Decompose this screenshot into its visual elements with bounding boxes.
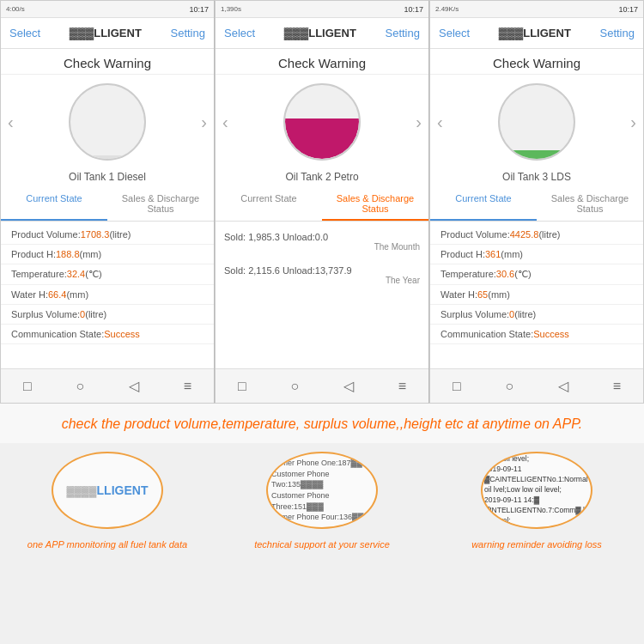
middle-text-section: check the product volume,temperature, su… xyxy=(0,404,644,443)
status-bar: 2.49K/s 10:17 xyxy=(430,1,643,18)
tab-sales-discharge[interactable]: Sales & Discharge Status xyxy=(322,188,428,221)
data-row: Product Volume:4425.8(litre) xyxy=(430,225,643,245)
tab-bar: Current State Sales & Discharge Status xyxy=(1,188,214,222)
nav-circle-icon[interactable]: ○ xyxy=(76,379,84,394)
signal-left: 2.49K/s xyxy=(435,5,459,13)
tab-current-state[interactable]: Current State xyxy=(1,188,107,221)
data-row: Product H:188.8(mm) xyxy=(1,245,214,264)
phones-row: 4:00/s 10:17 Select ▓▓▓LLIGENT Setting C… xyxy=(0,0,644,404)
contacts-content: ▓omer Phone One:187▓▓Customer Phone Two:… xyxy=(268,454,376,526)
tab-bar: Current State Sales & Discharge Status xyxy=(430,188,643,222)
data-row: Temperature:32.4(℃) xyxy=(1,264,214,285)
data-row: Water H:65(mm) xyxy=(430,285,643,305)
data-rows: Sold: 1,985.3 Unload:0.0 The Mounth Sold… xyxy=(216,222,428,368)
data-rows: Product Volume:4425.8(litre)Product H:36… xyxy=(430,222,643,368)
nav-bar: Select ▓▓▓LLIGENT Setting xyxy=(1,18,214,49)
nav-brand: ▓▓▓LLIGENT xyxy=(499,27,571,39)
tank-label: Oil Tank 2 Petro xyxy=(216,169,428,188)
nav-brand: ▓▓▓LLIGENT xyxy=(70,27,142,39)
tank-label: Oil Tank 1 Diesel xyxy=(1,169,214,188)
status-bar: 1,390s 10:17 xyxy=(216,1,428,18)
nav-square-icon[interactable]: □ xyxy=(453,379,461,394)
nav-back-icon[interactable]: ◁ xyxy=(129,378,139,394)
middle-caption: check the product volume,temperature, su… xyxy=(17,414,627,434)
bottom-panel-1: ▓▓▓▓LLIGENT one APP mnonitoring all fuel… xyxy=(0,443,215,602)
chevron-left-icon[interactable]: ‹ xyxy=(437,112,443,132)
tank-circle xyxy=(283,83,361,161)
brand-logo: ▓▓▓▓LLIGENT xyxy=(67,483,149,498)
tank-circle xyxy=(498,83,575,161)
phone-1: 4:00/s 10:17 Select ▓▓▓LLIGENT Setting C… xyxy=(0,0,215,404)
tank-fill xyxy=(500,150,574,159)
nav-square-icon[interactable]: □ xyxy=(23,379,32,394)
sales-row: Sold: 1,985.3 Unload:0.0 The Mounth xyxy=(216,225,428,258)
tank-fill xyxy=(285,118,359,159)
notification-content: ▓▓al oil level;2019-09-11▓CAINTELLIGENTN… xyxy=(483,453,591,527)
tank-visual: ‹ › xyxy=(1,75,214,169)
time: 10:17 xyxy=(618,5,638,14)
nav-select[interactable]: Select xyxy=(439,27,470,39)
nav-square-icon[interactable]: □ xyxy=(238,379,246,394)
nav-back-icon[interactable]: ◁ xyxy=(343,378,354,394)
sales-row: Sold: 2,115.6 Unload:13,737.9 The Year xyxy=(216,258,428,292)
bottom-panel-3: ▓▓al oil level;2019-09-11▓CAINTELLIGENTN… xyxy=(429,443,644,602)
oval-container: ▓omer Phone One:187▓▓Customer Phone Two:… xyxy=(266,452,378,529)
nav-back-icon[interactable]: ◁ xyxy=(558,378,568,394)
data-row: Product H:361(mm) xyxy=(430,245,643,264)
tank-label: Oil Tank 3 LDS xyxy=(430,169,643,188)
tank-visual: ‹ › xyxy=(430,75,643,169)
tab-sales-discharge[interactable]: Sales & Discharge Status xyxy=(107,188,214,221)
data-rows: Product Volume:1708.3(litre)Product H:18… xyxy=(1,222,214,368)
nav-circle-icon[interactable]: ○ xyxy=(290,379,299,394)
nav-circle-icon[interactable]: ○ xyxy=(505,379,513,394)
screen-title: Check Warning xyxy=(430,49,643,75)
tank-fill xyxy=(70,155,144,159)
chevron-right-icon[interactable]: › xyxy=(630,112,636,132)
nav-setting[interactable]: Setting xyxy=(600,27,635,39)
tab-current-state[interactable]: Current State xyxy=(216,188,322,221)
nav-menu-icon[interactable]: ≡ xyxy=(184,379,191,394)
phone-2: 1,390s 10:17 Select ▓▓▓LLIGENT Setting C… xyxy=(215,0,429,404)
data-row: Water H:66.4(mm) xyxy=(1,285,214,305)
bottom-nav: □ ○ ◁ ≡ xyxy=(216,368,428,403)
bottom-caption: technical support at your service xyxy=(254,539,390,550)
data-row: Surplus Volume:0(litre) xyxy=(430,305,643,325)
tank-visual: ‹ › xyxy=(216,75,428,169)
data-row: Product Volume:1708.3(litre) xyxy=(1,225,214,245)
oval-container: ▓▓▓▓LLIGENT xyxy=(52,452,163,529)
data-row: Surplus Volume:0(litre) xyxy=(1,305,214,325)
chevron-left-icon[interactable]: ‹ xyxy=(8,112,14,132)
nav-setting[interactable]: Setting xyxy=(171,27,205,39)
data-row: Communication State:Success xyxy=(1,325,214,344)
bottom-caption: one APP mnonitoring all fuel tank data xyxy=(27,539,187,550)
nav-brand: ▓▓▓LLIGENT xyxy=(284,27,356,39)
time: 10:17 xyxy=(189,5,209,14)
nav-select[interactable]: Select xyxy=(9,27,40,39)
data-row: Communication State:Success xyxy=(430,325,643,344)
chevron-right-icon[interactable]: › xyxy=(201,112,207,132)
phone-3: 2.49K/s 10:17 Select ▓▓▓LLIGENT Setting … xyxy=(429,0,644,404)
chevron-right-icon[interactable]: › xyxy=(416,112,422,132)
nav-setting[interactable]: Setting xyxy=(386,27,420,39)
time: 10:17 xyxy=(404,5,423,14)
nav-bar: Select ▓▓▓LLIGENT Setting xyxy=(430,18,643,49)
signal-left: 4:00/s xyxy=(6,5,25,13)
chevron-left-icon[interactable]: ‹ xyxy=(222,112,228,132)
screen-title: Check Warning xyxy=(1,49,214,75)
tab-bar: Current State Sales & Discharge Status xyxy=(216,188,428,222)
nav-menu-icon[interactable]: ≡ xyxy=(398,379,406,394)
nav-menu-icon[interactable]: ≡ xyxy=(613,379,621,394)
nav-select[interactable]: Select xyxy=(224,27,255,39)
bottom-caption: warning reminder avoiding loss xyxy=(471,539,602,550)
bottom-nav: □ ○ ◁ ≡ xyxy=(1,368,214,403)
tab-current-state[interactable]: Current State xyxy=(430,188,537,221)
bottom-row: ▓▓▓▓LLIGENT one APP mnonitoring all fuel… xyxy=(0,443,644,602)
oval-container: ▓▓al oil level;2019-09-11▓CAINTELLIGENTN… xyxy=(481,452,592,529)
signal-left: 1,390s xyxy=(221,5,241,13)
screen-title: Check Warning xyxy=(216,49,428,75)
tab-sales-discharge[interactable]: Sales & Discharge Status xyxy=(537,188,643,221)
data-row: Temperature:30.6(℃) xyxy=(430,264,643,285)
nav-bar: Select ▓▓▓LLIGENT Setting xyxy=(216,18,428,49)
tank-circle xyxy=(69,83,146,161)
status-bar: 4:00/s 10:17 xyxy=(1,1,214,18)
